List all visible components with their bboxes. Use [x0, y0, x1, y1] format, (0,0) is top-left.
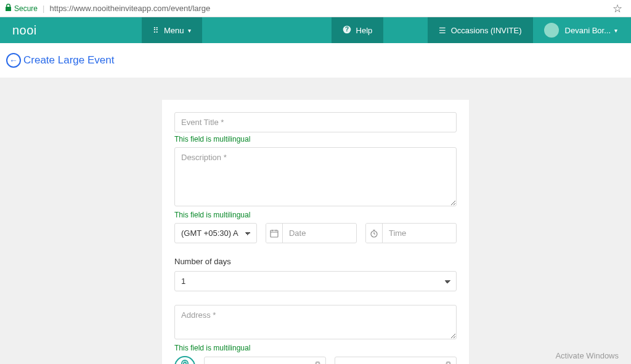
address-input[interactable]	[174, 305, 457, 339]
location-row	[174, 356, 457, 364]
days-label: Number of days	[174, 257, 457, 266]
calendar-icon	[266, 224, 283, 243]
arrow-left-icon: ←	[9, 55, 18, 65]
page-title: Create Large Event	[23, 54, 114, 67]
back-button[interactable]: ←	[6, 53, 21, 68]
form-card: This field is multilingual This field is…	[162, 100, 469, 364]
user-menu[interactable]: Devani Bor... ▾	[533, 17, 631, 43]
hamburger-icon: ☰	[439, 26, 446, 35]
time-group	[365, 223, 457, 243]
clock-icon	[366, 224, 383, 243]
pin-icon	[314, 362, 321, 365]
question-icon: ?	[343, 25, 351, 36]
help-button[interactable]: ? Help	[332, 17, 384, 43]
timezone-select[interactable]: (GMT +05:30) A	[174, 223, 257, 243]
lock-icon	[5, 4, 12, 13]
occasions-label: Occasions (INVITE)	[451, 26, 522, 35]
latitude-input[interactable]	[204, 357, 326, 365]
menu-label: Menu	[164, 26, 184, 35]
chevron-down-icon: ▾	[188, 27, 191, 34]
menu-button[interactable]: ⠿ Menu ▾	[142, 17, 202, 43]
date-group	[266, 223, 357, 243]
time-input[interactable]	[383, 224, 456, 243]
url-text[interactable]: https://www.nooitheinviteapp.com/event/l…	[49, 4, 613, 13]
multilingual-note: This field is multilingual	[174, 211, 457, 219]
secure-label: Secure	[14, 4, 38, 13]
url-divider: |	[43, 4, 44, 13]
days-select[interactable]: 1	[174, 271, 457, 291]
top-nav: nooi ⠿ Menu ▾ ? Help ☰ Occasions (INVITE…	[0, 17, 631, 43]
svg-rect-2	[271, 230, 278, 237]
page-header: ← Create Large Event	[0, 43, 631, 78]
locate-button[interactable]	[174, 356, 195, 364]
browser-url-bar: Secure | https://www.nooitheinviteapp.co…	[0, 0, 631, 17]
longitude-input[interactable]	[335, 357, 457, 365]
description-input[interactable]	[174, 147, 457, 206]
content-area: This field is multilingual This field is…	[0, 89, 631, 364]
pin-icon	[445, 362, 452, 365]
grid-icon: ⠿	[153, 26, 159, 35]
occasions-button[interactable]: ☰ Occasions (INVITE)	[428, 17, 533, 43]
date-input[interactable]	[283, 224, 356, 243]
avatar	[544, 23, 559, 38]
svg-text:?: ?	[344, 26, 348, 33]
svg-rect-7	[373, 230, 375, 231]
event-title-input[interactable]	[174, 112, 457, 132]
chevron-down-icon: ▾	[614, 27, 617, 34]
map-pin-icon	[181, 360, 189, 364]
bookmark-star-icon[interactable]: ☆	[613, 2, 622, 15]
user-name: Devani Bor...	[565, 26, 611, 35]
multilingual-note: This field is multilingual	[174, 135, 457, 144]
datetime-row: (GMT +05:30) A	[174, 223, 457, 243]
brand-logo[interactable]: nooi	[0, 23, 142, 38]
multilingual-note: This field is multilingual	[174, 344, 457, 352]
help-label: Help	[356, 26, 373, 35]
windows-watermark: Activate Windows	[555, 351, 619, 360]
